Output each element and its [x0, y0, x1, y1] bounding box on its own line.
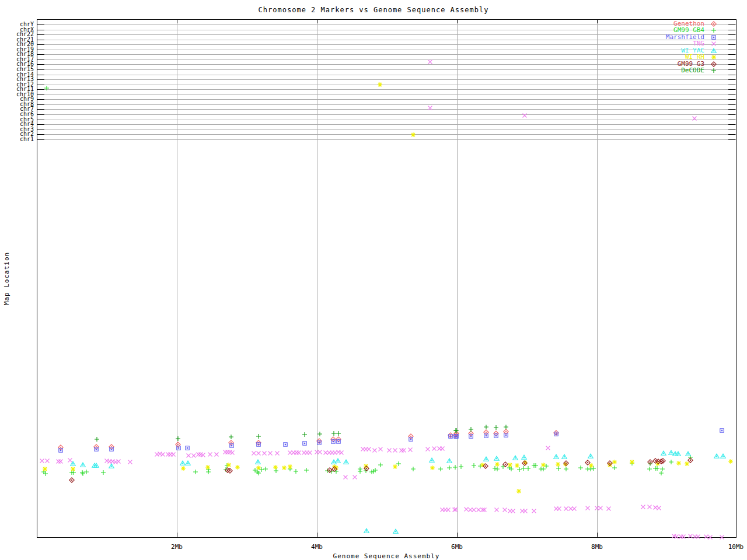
- data-point: [446, 508, 451, 512]
- data-point: [494, 425, 498, 430]
- data-point: [331, 460, 337, 464]
- data-point: [257, 452, 261, 456]
- x-tick-label-4Mb: 4Mb: [299, 543, 334, 551]
- data-point: [226, 450, 230, 454]
- data-point: [378, 463, 383, 467]
- data-point: [508, 463, 512, 467]
- x-tick-label-2Mb: 2Mb: [159, 543, 194, 551]
- data-point: [344, 475, 348, 480]
- data-point: [275, 452, 280, 456]
- legend-marker-glyph: [711, 55, 716, 60]
- data-point: [696, 535, 700, 539]
- data-point: [411, 132, 416, 137]
- legend-label-gm99-gb4: GM99 GB4: [588, 27, 704, 33]
- data-point: [158, 452, 162, 456]
- data-point: [256, 466, 261, 470]
- data-point: [484, 425, 488, 429]
- data-point: [588, 454, 594, 458]
- data-point: [229, 435, 233, 439]
- data-point: [660, 467, 665, 471]
- data-point: [685, 461, 689, 466]
- data-point: [428, 60, 432, 64]
- data-point: [273, 465, 278, 470]
- data-point: [180, 461, 186, 465]
- data-point: [586, 506, 590, 510]
- data-point: [111, 460, 115, 464]
- data-point: [521, 466, 526, 471]
- data-point: [364, 528, 369, 533]
- data-point: [215, 453, 219, 457]
- data-point: [256, 460, 261, 464]
- data-point: [523, 114, 527, 118]
- data-point: [186, 446, 189, 450]
- data-point: [263, 452, 267, 456]
- data-point: [654, 506, 658, 510]
- data-point: [393, 464, 397, 469]
- x-tick-label-10Mb: 10Mb: [718, 543, 747, 551]
- data-point: [101, 470, 106, 475]
- chart-canvas: { "title": "Chromosome 2 Markers vs Geno…: [0, 0, 747, 560]
- data-point: [68, 459, 72, 463]
- data-point: [679, 535, 683, 539]
- legend-marker-glyph: [711, 28, 716, 33]
- data-point: [503, 462, 508, 467]
- data-point: [187, 454, 191, 458]
- data-point: [720, 429, 724, 432]
- data-point: [336, 459, 341, 463]
- data-point: [503, 508, 507, 512]
- data-point: [657, 506, 661, 510]
- data-point: [578, 466, 583, 470]
- data-point: [523, 509, 528, 513]
- data-point: [612, 460, 617, 464]
- data-point: [396, 461, 401, 466]
- series-gm99-gb4: [41, 86, 693, 476]
- data-point: [441, 447, 445, 451]
- data-point: [379, 447, 383, 452]
- data-point: [297, 451, 301, 455]
- data-point: [557, 507, 561, 511]
- data-point: [114, 460, 118, 464]
- data-point: [172, 453, 176, 457]
- data-point: [564, 507, 568, 511]
- data-point: [388, 449, 392, 453]
- legend-marker-glyph: [712, 42, 716, 46]
- data-point: [562, 454, 567, 459]
- data-point: [459, 464, 463, 469]
- data-point: [556, 462, 560, 467]
- data-point: [340, 451, 344, 455]
- data-point: [554, 454, 559, 459]
- data-point: [155, 453, 159, 457]
- data-point: [176, 436, 180, 441]
- data-point: [516, 489, 521, 494]
- data-point: [714, 454, 720, 458]
- data-point: [274, 468, 278, 473]
- data-point: [400, 449, 404, 453]
- data-point: [57, 460, 61, 464]
- data-point: [186, 461, 191, 465]
- data-point: [721, 454, 726, 458]
- data-point: [46, 459, 50, 463]
- data-point: [453, 465, 458, 470]
- data-point: [282, 466, 287, 470]
- data-point: [522, 455, 527, 459]
- data-point: [472, 463, 476, 468]
- data-point: [556, 466, 561, 471]
- data-point: [288, 451, 292, 455]
- plot-area: [0, 0, 747, 560]
- data-point: [591, 466, 596, 471]
- data-point: [226, 463, 231, 467]
- data-point: [432, 447, 437, 451]
- data-point: [288, 464, 292, 469]
- series-wi-rh: [43, 82, 733, 494]
- data-point: [564, 467, 568, 471]
- data-point: [504, 425, 508, 429]
- data-point: [229, 440, 233, 445]
- plot-border: [37, 20, 736, 538]
- y-tick-label-chr1: chr1: [0, 136, 34, 142]
- data-point: [192, 454, 196, 458]
- data-point: [484, 457, 489, 461]
- data-point: [641, 505, 645, 509]
- data-point: [469, 427, 473, 432]
- data-point: [295, 451, 299, 455]
- legend-label-decode: DeCODE: [588, 67, 704, 74]
